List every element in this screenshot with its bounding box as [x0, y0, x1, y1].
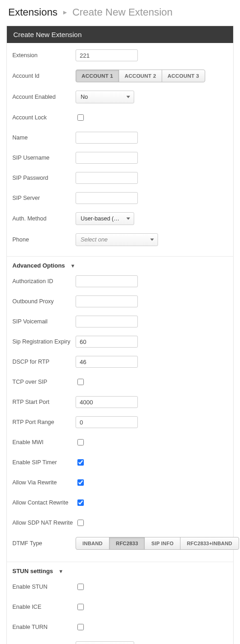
account-enabled-value: No — [81, 94, 88, 100]
account-id-tabs: ACCOUNT 1 ACCOUNT 2 ACCOUNT 3 — [76, 70, 205, 82]
dtmf-inband[interactable]: INBAND — [76, 537, 109, 550]
chevron-down-icon — [126, 218, 130, 220]
sip-username-label: SIP Username — [12, 155, 76, 161]
enable-ice-label: Enable ICE — [12, 604, 76, 610]
sip-voicemail-label: SIP Voicemail — [12, 318, 76, 325]
panel-title: Create New Extension — [7, 26, 233, 43]
rtp-range-input[interactable] — [76, 416, 138, 428]
dtmf-rfc2833-inband[interactable]: RFC2833+INBAND — [180, 537, 239, 550]
tcp-over-sip-checkbox[interactable] — [77, 379, 84, 385]
phone-value: Select one — [81, 236, 108, 243]
allow-sdp-nat-rewrite-label: Allow SDP NAT Rewrite — [12, 520, 76, 526]
authorization-id-input[interactable] — [76, 275, 138, 287]
sip-username-input[interactable] — [76, 152, 138, 164]
auth-method-select[interactable]: User-based (most … — [76, 212, 134, 225]
allow-contact-rewrite-label: Allow Contact Rewrite — [12, 499, 76, 506]
tcp-over-sip-label: TCP over SIP — [12, 379, 76, 385]
tab-account-3[interactable]: ACCOUNT 3 — [162, 70, 205, 82]
account-lock-label: Account Lock — [12, 114, 76, 121]
name-input[interactable] — [76, 132, 138, 144]
advanced-options-title: Advanced Options — [12, 262, 65, 269]
advanced-options-header[interactable]: Advanced Options ▼ — [12, 262, 228, 269]
dscp-rtp-label: DSCP for RTP — [12, 359, 76, 365]
breadcrumb-current: Create New Extension — [72, 6, 173, 18]
sip-password-label: SIP Password — [12, 175, 76, 181]
account-enabled-select[interactable]: No — [76, 91, 134, 103]
auth-method-label: Auth. Method — [12, 215, 76, 222]
outbound-proxy-input[interactable] — [76, 295, 138, 307]
sip-password-input[interactable] — [76, 172, 138, 184]
collapse-icon: ▼ — [70, 263, 75, 268]
enable-mwi-checkbox[interactable] — [77, 439, 84, 445]
breadcrumb: Extensions ▸ Create New Extension — [0, 0, 240, 23]
tab-account-1[interactable]: ACCOUNT 1 — [76, 70, 119, 82]
allow-sdp-nat-rewrite-checkbox[interactable] — [77, 520, 84, 526]
enable-stun-label: Enable STUN — [12, 584, 76, 590]
allow-via-rewrite-checkbox[interactable] — [77, 479, 84, 486]
enable-ice-checkbox[interactable] — [77, 604, 84, 610]
enable-turn-checkbox[interactable] — [77, 624, 84, 630]
collapse-icon: ▼ — [58, 569, 63, 574]
enable-stun-checkbox[interactable] — [77, 584, 84, 590]
rtp-start-label: RTP Start Port — [12, 399, 76, 405]
extension-input[interactable] — [76, 49, 138, 61]
dtmf-type-group: INBAND RFC2833 SIP INFO RFC2833+INBAND — [76, 537, 239, 550]
rtp-start-input[interactable] — [76, 396, 138, 408]
rtp-range-label: RTP Port Range — [12, 419, 76, 425]
authorization-id-label: Authorization ID — [12, 278, 76, 284]
sip-voicemail-input[interactable] — [76, 316, 138, 327]
name-label: Name — [12, 134, 76, 141]
dtmf-type-label: DTMF Type — [12, 540, 76, 547]
stun-settings-title: STUN settings — [12, 568, 53, 574]
phone-label: Phone — [12, 236, 76, 243]
tab-account-2[interactable]: ACCOUNT 2 — [119, 70, 162, 82]
sip-reg-expiry-label: Sip Registration Expiry — [12, 338, 76, 345]
sip-reg-expiry-input[interactable] — [76, 336, 138, 348]
chevron-down-icon — [150, 239, 154, 241]
chevron-right-icon: ▸ — [63, 8, 67, 16]
dtmf-rfc2833[interactable]: RFC2833 — [109, 537, 145, 550]
dscp-rtp-input[interactable] — [76, 356, 138, 368]
dtmf-sipinfo[interactable]: SIP INFO — [144, 537, 180, 550]
enable-turn-label: Enable TURN — [12, 624, 76, 630]
panel: Create New Extension Extension Account I… — [6, 26, 234, 644]
outbound-proxy-label: Outbound Proxy — [12, 298, 76, 305]
enable-sip-timer-label: Enable SIP Timer — [12, 459, 76, 466]
enable-mwi-label: Enable MWI — [12, 439, 76, 445]
enable-sip-timer-checkbox[interactable] — [77, 459, 84, 466]
turn-type-select[interactable]: UDP — [76, 641, 134, 644]
account-enabled-label: Account Enabled — [12, 94, 76, 100]
sip-server-label: SIP Server — [12, 195, 76, 201]
chevron-down-icon — [126, 96, 130, 98]
account-lock-checkbox[interactable] — [77, 114, 84, 121]
auth-method-value: User-based (most … — [81, 215, 133, 222]
stun-settings-header[interactable]: STUN settings ▼ — [12, 568, 228, 574]
allow-contact-rewrite-checkbox[interactable] — [77, 499, 84, 506]
sip-server-input[interactable] — [76, 192, 138, 204]
extension-label: Extension — [12, 52, 76, 59]
allow-via-rewrite-label: Allow Via Rewrite — [12, 479, 76, 486]
phone-select[interactable]: Select one — [76, 233, 158, 246]
account-id-label: Account Id — [12, 73, 76, 79]
breadcrumb-root[interactable]: Extensions — [8, 6, 58, 18]
